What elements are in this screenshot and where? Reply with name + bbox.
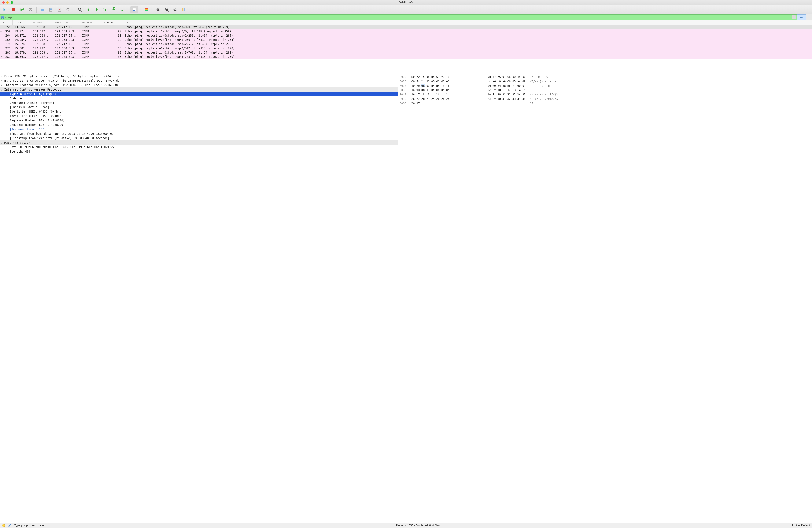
tree-icmp-ts[interactable]: Timestamp from icmp data: Jun 13, 2023 2… — [0, 132, 398, 136]
hex-row[interactable]: 000080 72 15 de 8e 51 f0 18 98 47 c5 94 … — [400, 75, 810, 79]
restart-capture-button[interactable] — [18, 6, 26, 13]
packet-row[interactable]: ←25913.374…172.217.…192.168.0.3ICMP98Ech… — [0, 29, 812, 33]
tree-icmp-resp[interactable]: [Response frame: 259] — [0, 127, 398, 132]
svg-rect-15 — [145, 8, 148, 9]
packet-details[interactable]: Frame 258: 98 bytes on wire (784 bits), … — [0, 74, 398, 523]
packet-row[interactable]: →25813.366…192.168.…172.217.16.…ICMP98Ec… — [0, 25, 812, 29]
svg-line-26 — [176, 10, 177, 11]
packet-row[interactable]: 27915.381…172.217.…192.168.0.3ICMP98Echo… — [0, 46, 812, 51]
autoscroll-button[interactable] — [130, 6, 138, 13]
close-file-button[interactable] — [56, 6, 63, 13]
tree-eth[interactable]: Ethernet II, Src: Apple_47:c5:94 (f0:18:… — [0, 79, 398, 83]
go-last-button[interactable] — [118, 6, 126, 13]
packet-list[interactable]: No. Time Source Destination Protocol Len… — [0, 20, 812, 74]
packet-list-header[interactable]: No. Time Source Destination Protocol Len… — [0, 20, 812, 25]
tree-data[interactable]: Data: 08090a0b0c0d0e0f101112131415161718… — [0, 145, 398, 149]
window-close-icon[interactable] — [2, 1, 5, 4]
col-info[interactable]: Info — [123, 20, 812, 25]
tree-data-len[interactable]: [Length: 48] — [0, 149, 398, 154]
display-filter-text: icmp — [5, 16, 792, 19]
col-proto[interactable]: Protocol — [81, 20, 102, 25]
svg-line-23 — [168, 10, 169, 11]
hex-row[interactable]: 002010 ee 08 00 b5 d5 fb 4b 00 00 64 88 … — [400, 84, 810, 88]
zoom-out-button[interactable] — [163, 6, 171, 13]
svg-line-19 — [159, 10, 160, 11]
col-time[interactable]: Time — [13, 20, 31, 25]
svg-rect-5 — [50, 9, 52, 9]
status-packet-count: Packets: 1055 · Displayed: 8 (0.8%) — [396, 524, 440, 527]
hex-row[interactable]: 004016 17 18 19 1a 1b 1c 1d 1e 1f 20 21 … — [400, 92, 810, 97]
tree-icmp-idbe[interactable]: Identifier (BE): 64331 (0xfb4b) — [0, 109, 398, 114]
packet-row[interactable]: 26414.371…192.168.…172.217.16.…ICMP98Ech… — [0, 33, 812, 38]
go-back-button[interactable] — [85, 6, 92, 13]
packet-row[interactable]: 26514.384…172.217.…192.168.0.3ICMP98Echo… — [0, 38, 812, 42]
svg-rect-29 — [184, 8, 185, 11]
svg-point-3 — [30, 9, 31, 10]
titlebar: Wi-Fi: en0 — [0, 0, 812, 5]
go-to-packet-button[interactable] — [102, 6, 109, 13]
window-minimize-icon[interactable] — [6, 1, 9, 4]
filter-add-button[interactable]: + — [806, 14, 812, 20]
bookmark-icon[interactable] — [1, 16, 4, 19]
clear-filter-button[interactable]: ✕ — [792, 15, 796, 19]
svg-rect-10 — [104, 8, 104, 9]
tree-icmp-tsrel[interactable]: [Timestamp from icmp data (relative): 0.… — [0, 136, 398, 141]
hex-row[interactable]: 001000 54 2f 90 00 00 40 01 cc a6 c0 a8 … — [400, 79, 810, 84]
packet-bytes[interactable]: 000080 72 15 de 8e 51 f0 18 98 47 c5 94 … — [398, 74, 812, 523]
window-zoom-icon[interactable] — [11, 1, 13, 4]
svg-point-8 — [78, 8, 81, 10]
svg-rect-16 — [145, 9, 148, 10]
resize-columns-button[interactable] — [180, 6, 188, 13]
colorize-button[interactable] — [143, 6, 150, 13]
find-button[interactable] — [76, 6, 84, 13]
tree-data-hdr[interactable]: Data (48 bytes) — [0, 141, 398, 145]
tree-icmp-cksum[interactable]: Checksum: 0xb5d5 [correct] — [0, 101, 398, 105]
zoom-in-button[interactable] — [155, 6, 162, 13]
edit-icon[interactable] — [8, 524, 11, 527]
col-len[interactable]: Length — [102, 20, 123, 25]
window-title: Wi-Fi: en0 — [0, 1, 812, 4]
svg-rect-11 — [104, 10, 104, 10]
tree-icmp-type[interactable]: Type: 8 (Echo (ping) request) — [0, 92, 398, 96]
packet-row[interactable]: 28016.378…192.168.…172.217.16.…ICMP98Ech… — [0, 51, 812, 55]
filter-apply-button[interactable]: ➔▾ — [797, 14, 806, 20]
tree-icmp-seqle[interactable]: Sequence Number (LE): 0 (0x0000) — [0, 123, 398, 127]
display-filter-bar: icmp ✕ ➔▾ + — [0, 14, 812, 20]
tree-icmp-ckstat[interactable]: [Checksum Status: Good] — [0, 105, 398, 109]
status-profile[interactable]: Profile: Default — [792, 524, 810, 527]
col-no[interactable]: No. — [0, 20, 13, 25]
tree-icmp-code[interactable]: Code: 0 — [0, 96, 398, 101]
svg-line-9 — [81, 10, 82, 11]
tree-frame[interactable]: Frame 258: 98 bytes on wire (784 bits), … — [0, 74, 398, 79]
go-forward-button[interactable] — [93, 6, 101, 13]
hex-row[interactable]: 006036 37 67 — [400, 101, 810, 106]
packet-row[interactable]: └28116.391…172.217.…192.168.0.3ICMP98Ech… — [0, 55, 812, 59]
capture-options-button[interactable] — [27, 6, 34, 13]
tree-icmp[interactable]: Internet Control Message Protocol — [0, 87, 398, 92]
hex-row[interactable]: 005026 27 28 29 2a 2b 2c 2d 2e 2f 30 31 … — [400, 97, 810, 101]
tree-icmp-idle[interactable]: Identifier (LE): 19451 (0x4bfb) — [0, 114, 398, 118]
col-source[interactable]: Source — [31, 20, 53, 25]
display-filter-input[interactable]: icmp ✕ — [0, 14, 797, 20]
reload-button[interactable] — [64, 6, 72, 13]
status-bar: Type (icmp.type), 1 byte Packets: 1055 ·… — [0, 523, 812, 528]
svg-rect-0 — [12, 8, 15, 11]
expert-info-icon[interactable] — [2, 524, 5, 527]
packet-row[interactable]: 27815.374…192.168.…172.217.16.…ICMP98Ech… — [0, 42, 812, 46]
hex-row[interactable]: 00301a 90 08 09 0a 0b 0c 0d 0e 0f 10 11 … — [400, 88, 810, 92]
stop-capture-button[interactable] — [10, 6, 17, 13]
start-capture-button[interactable] — [1, 6, 9, 13]
svg-rect-17 — [145, 10, 148, 11]
open-file-button[interactable] — [39, 6, 46, 13]
svg-rect-28 — [182, 8, 184, 11]
col-dest[interactable]: Destination — [53, 20, 81, 25]
status-field-info: Type (icmp.type), 1 byte — [14, 524, 44, 527]
go-first-button[interactable] — [110, 6, 118, 13]
zoom-reset-button[interactable]: 1 — [172, 6, 179, 13]
svg-point-1 — [22, 8, 24, 9]
tree-icmp-seqbe[interactable]: Sequence Number (BE): 0 (0x0000) — [0, 118, 398, 123]
svg-rect-14 — [133, 10, 135, 11]
save-file-button[interactable] — [47, 6, 55, 13]
tree-ip[interactable]: Internet Protocol Version 4, Src: 192.16… — [0, 83, 398, 87]
svg-text:1: 1 — [174, 9, 175, 10]
